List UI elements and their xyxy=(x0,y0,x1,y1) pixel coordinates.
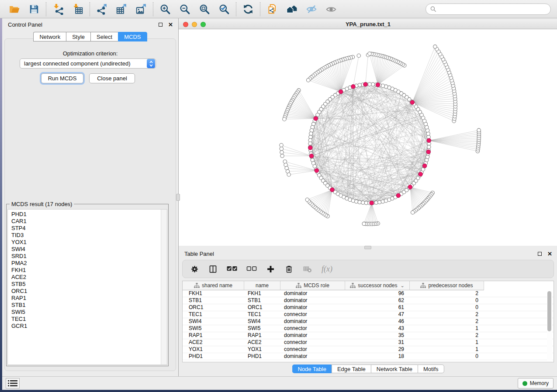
cell-name: FKH1 xyxy=(244,290,280,297)
window-minimize-light[interactable] xyxy=(192,22,197,27)
tab-edge-table[interactable]: Edge Table xyxy=(332,364,371,373)
table-row[interactable]: YOX1YOX1connector291 xyxy=(183,346,554,353)
select-all-checks-button[interactable] xyxy=(227,264,237,274)
memory-button[interactable]: Memory xyxy=(518,378,554,389)
mcds-result-item[interactable]: STB1 xyxy=(11,302,167,309)
criterion-dropdown[interactable]: largest connected component (undirected) xyxy=(20,58,156,69)
task-history-button[interactable] xyxy=(6,378,20,389)
hide-selected-button[interactable] xyxy=(305,3,318,15)
refresh-layout-icon xyxy=(242,3,254,15)
export-image-button[interactable] xyxy=(135,3,147,15)
cell-predecessor-nodes: 2 xyxy=(410,290,484,297)
mcds-result-item[interactable]: PMA2 xyxy=(11,260,167,267)
zoom-selected-button[interactable] xyxy=(218,3,230,15)
tab-select[interactable]: Select xyxy=(90,32,118,41)
refresh-layout-button[interactable] xyxy=(242,3,254,15)
column-header-predecessor-nodes[interactable]: predecessor nodes xyxy=(410,281,484,290)
delete-column-button[interactable] xyxy=(284,265,294,274)
cell-predecessor-nodes: 1 xyxy=(410,325,484,332)
export-table-button[interactable] xyxy=(115,3,128,15)
deselect-all-checks-icon xyxy=(246,264,257,274)
float-panel-icon[interactable] xyxy=(159,23,163,27)
column-layout-button[interactable] xyxy=(208,265,218,274)
mcds-result-item[interactable]: STB5 xyxy=(11,281,167,288)
export-network-button[interactable] xyxy=(96,3,108,15)
network-window-titlebar[interactable]: YPA_prune.txt_1 xyxy=(179,20,557,29)
mcds-result-item[interactable]: YOX1 xyxy=(11,239,167,246)
mcds-result-item[interactable]: SWI4 xyxy=(11,246,167,253)
import-network-button[interactable] xyxy=(52,3,64,15)
mcds-result-item[interactable]: RAP1 xyxy=(11,295,167,302)
table-scrollbar[interactable] xyxy=(547,291,552,361)
tab-node-table[interactable]: Node Table xyxy=(292,364,332,373)
table-row[interactable]: ACE2ACE2connector311 xyxy=(183,339,554,346)
export-table-icon xyxy=(116,3,127,15)
mcds-list-scrollbar[interactable] xyxy=(161,210,167,364)
mcds-result-item[interactable]: ORC1 xyxy=(11,288,167,295)
import-table-button[interactable] xyxy=(72,3,84,15)
table-row[interactable]: PHD1PHD1dominator180 xyxy=(183,353,554,360)
tab-network-table[interactable]: Network Table xyxy=(371,364,418,373)
close-panel-button[interactable]: Close panel xyxy=(89,73,135,83)
column-header-shared-name[interactable]: shared name xyxy=(183,281,244,290)
zoom-in-button[interactable] xyxy=(159,3,171,15)
tab-network[interactable]: Network xyxy=(33,32,66,41)
tab-motifs[interactable]: Motifs xyxy=(418,364,444,373)
settings-gear-button[interactable] xyxy=(190,265,199,274)
cell-MCDS-role: connector xyxy=(280,346,345,353)
select-all-checks-icon xyxy=(227,264,237,274)
mcds-result-item[interactable]: TEC1 xyxy=(11,316,167,323)
cell-predecessor-nodes: 1 xyxy=(410,346,484,353)
table-tabs: Node TableEdge TableNetwork TableMotifs xyxy=(292,364,444,373)
table-toolbar: f(x) xyxy=(182,260,554,278)
table-panel: Table Panel ✕ f(x) shared namenameMCDS r… xyxy=(179,248,557,376)
first-neighbors-button[interactable] xyxy=(286,3,298,15)
mcds-result-item[interactable]: FKH1 xyxy=(11,267,167,274)
duplicate-network-button[interactable] xyxy=(266,3,278,15)
run-mcds-button[interactable]: Run MCDS xyxy=(41,73,83,83)
mcds-result-item[interactable]: ACE2 xyxy=(11,274,167,281)
deselect-all-checks-button[interactable] xyxy=(246,264,257,274)
network-window-title: YPA_prune.txt_1 xyxy=(346,21,391,28)
mcds-result-item[interactable]: SRD1 xyxy=(11,253,167,260)
table-row[interactable]: STB1STB1dominator620 xyxy=(183,297,554,304)
show-all-button[interactable] xyxy=(325,3,337,15)
zoom-fit-button[interactable] xyxy=(198,3,211,15)
mcds-result-item[interactable]: CAR1 xyxy=(11,218,167,225)
table-scrollbar-thumb[interactable] xyxy=(547,291,551,331)
table-row[interactable]: TEC1TEC1connector472 xyxy=(183,311,554,318)
column-header-name[interactable]: name xyxy=(244,281,280,290)
mcds-result-item[interactable]: SWI5 xyxy=(11,309,167,316)
table-row[interactable]: FKH1FKH1dominator962 xyxy=(183,290,554,297)
window-close-light[interactable] xyxy=(183,22,188,27)
cell-successor-nodes: 29 xyxy=(345,346,410,353)
org-chart-icon xyxy=(420,283,426,288)
close-table-panel-icon[interactable]: ✕ xyxy=(547,251,552,257)
search-input[interactable] xyxy=(439,6,547,12)
window-zoom-light[interactable] xyxy=(201,22,206,27)
table-row[interactable]: RAP1RAP1dominator352 xyxy=(183,332,554,339)
float-table-panel-icon[interactable] xyxy=(538,252,542,256)
mcds-result-item[interactable]: STP4 xyxy=(11,225,167,232)
cell-shared-name: YOX1 xyxy=(183,346,244,353)
zoom-out-button[interactable] xyxy=(179,3,191,15)
mcds-result-item[interactable]: GCR1 xyxy=(11,323,167,330)
tab-style[interactable]: Style xyxy=(66,32,90,41)
tab-mcds[interactable]: MCDS xyxy=(118,32,147,41)
table-row[interactable]: SWI4SWI4dominator462 xyxy=(183,318,554,325)
vertical-splitter-handle[interactable] xyxy=(176,194,180,201)
cell-name: ORC1 xyxy=(244,304,280,311)
save-session-button[interactable] xyxy=(28,3,40,15)
cell-MCDS-role: dominator xyxy=(280,318,345,325)
horizontal-splitter-handle[interactable] xyxy=(364,246,371,249)
column-header-MCDS-role[interactable]: MCDS role xyxy=(280,281,345,290)
table-row[interactable]: ORC1ORC1dominator610 xyxy=(183,304,554,311)
column-header-successor-nodes[interactable]: successor nodes⌄ xyxy=(345,281,410,290)
close-panel-icon[interactable]: ✕ xyxy=(168,22,173,28)
table-row[interactable]: SWI5SWI5connector431 xyxy=(183,325,554,332)
mcds-result-item[interactable]: TID3 xyxy=(11,232,167,239)
mcds-result-item[interactable]: PHD1 xyxy=(11,211,167,218)
network-canvas[interactable] xyxy=(179,29,557,245)
add-column-button[interactable] xyxy=(266,265,275,274)
open-file-button[interactable] xyxy=(8,3,21,15)
